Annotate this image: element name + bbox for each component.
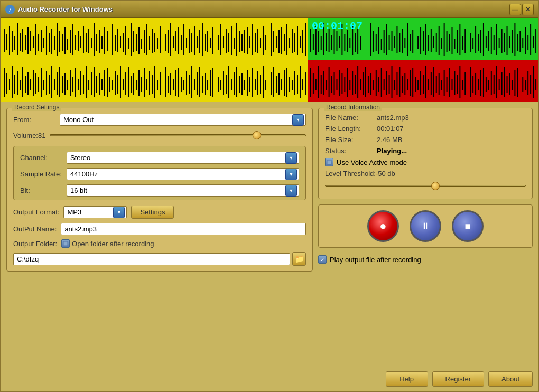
svg-rect-186 [205,73,206,95]
svg-rect-85 [236,23,237,56]
svg-rect-359 [452,79,453,90]
pause-icon: ⏸ [421,221,430,232]
waveform-top-right: 00:01:07 [308,18,538,60]
stop-icon: ■ [465,221,471,232]
from-select[interactable]: Mono Out [60,114,306,126]
svg-rect-102 [284,34,285,51]
from-label: From: [13,116,55,124]
voice-active-checkbox[interactable] [325,158,333,166]
pause-button[interactable]: ⏸ [410,210,441,242]
svg-rect-262 [423,31,424,51]
settings-button[interactable]: Settings [131,206,174,219]
svg-rect-211 [276,76,277,93]
svg-rect-34 [94,23,95,56]
help-button[interactable]: Help [386,371,428,387]
volume-slider-thumb[interactable] [253,131,261,139]
svg-rect-353 [436,76,437,93]
output-folder-label: Output Folder: [13,240,57,248]
svg-rect-169 [157,80,158,90]
svg-rect-52 [144,30,145,53]
threshold-slider-container[interactable] [325,181,526,191]
svg-rect-95 [263,26,264,55]
register-button[interactable]: Register [432,371,484,387]
svg-rect-269 [441,38,442,49]
svg-rect-3 [12,31,13,52]
svg-rect-328 [370,73,371,95]
svg-rect-53 [146,24,147,55]
svg-rect-54 [149,36,150,50]
svg-rect-48 [133,31,134,52]
svg-rect-196 [234,72,235,95]
svg-rect-372 [488,80,489,90]
svg-rect-165 [146,79,147,90]
svg-rect-49 [136,34,137,51]
about-button[interactable]: About [488,371,533,387]
time-display: 00:01:07 [312,20,363,32]
svg-rect-288 [494,35,495,50]
svg-rect-229 [326,33,327,51]
svg-rect-209 [271,72,272,95]
svg-rect-4 [14,36,15,50]
svg-rect-115 [14,75,15,94]
play-after-checkbox[interactable]: ✓ [318,255,327,264]
svg-rect-70 [194,26,195,55]
svg-rect-157 [125,72,126,95]
svg-rect-103 [286,24,287,55]
bottom-buttons: Help Register About [1,367,538,391]
svg-rect-166 [149,71,150,95]
status-row: Status: Playing... [325,147,526,155]
channel-select[interactable]: Stereo Mono [67,152,299,164]
svg-rect-292 [504,33,505,52]
svg-rect-337 [394,80,395,90]
open-folder-label[interactable]: Open folder after recording [61,239,154,248]
svg-rect-297 [517,34,518,51]
svg-rect-362 [459,66,460,98]
svg-rect-390 [63,241,68,246]
output-name-label: OutPut Name: [13,225,57,233]
svg-rect-101 [281,27,282,54]
svg-rect-254 [399,33,400,52]
svg-rect-158 [128,67,129,97]
file-length-value: 00:01:07 [377,125,404,133]
folder-path-input[interactable] [13,253,290,265]
record-button[interactable]: ● [367,210,399,242]
svg-rect-152 [112,80,113,90]
svg-rect-224 [313,34,314,50]
volume-slider-container[interactable] [50,130,306,141]
threshold-slider-thumb[interactable] [431,182,440,190]
output-name-input[interactable] [61,223,306,235]
svg-rect-145 [94,67,95,97]
threshold-label: Level Threshold:-50 db [325,170,526,178]
svg-rect-128 [49,75,50,94]
bit-select[interactable]: 16 bit 8 bit [67,184,299,197]
svg-rect-171 [165,67,166,97]
stop-button[interactable]: ■ [452,210,484,242]
svg-rect-215 [286,68,287,97]
close-button[interactable]: ✕ [522,4,534,15]
output-format-select[interactable]: MP3 WAV WMA [63,206,127,218]
svg-rect-2 [9,26,10,55]
svg-rect-116 [17,71,18,95]
svg-rect-248 [384,30,385,53]
svg-rect-73 [202,23,203,56]
browse-folder-button[interactable]: 📁 [292,252,306,266]
svg-rect-138 [75,68,76,97]
svg-rect-274 [454,39,455,49]
svg-rect-305 [310,68,311,97]
open-folder-checkbox[interactable] [61,239,70,248]
svg-rect-36 [99,30,100,53]
svg-rect-271 [447,31,448,52]
svg-rect-303 [533,36,534,48]
svg-rect-65 [181,35,182,50]
playback-controls: ● ⏸ ■ [318,204,533,248]
svg-rect-252 [394,36,395,48]
svg-rect-268 [439,26,440,55]
svg-rect-253 [396,26,397,53]
svg-rect-62 [173,36,174,48]
minimize-button[interactable]: — [509,4,521,15]
svg-rect-335 [389,75,390,94]
folder-path-row: 📁 [13,252,306,266]
sample-rate-select[interactable]: 44100Hz 22050Hz 11025Hz [67,168,299,180]
svg-rect-79 [220,24,221,55]
svg-rect-217 [292,80,293,90]
